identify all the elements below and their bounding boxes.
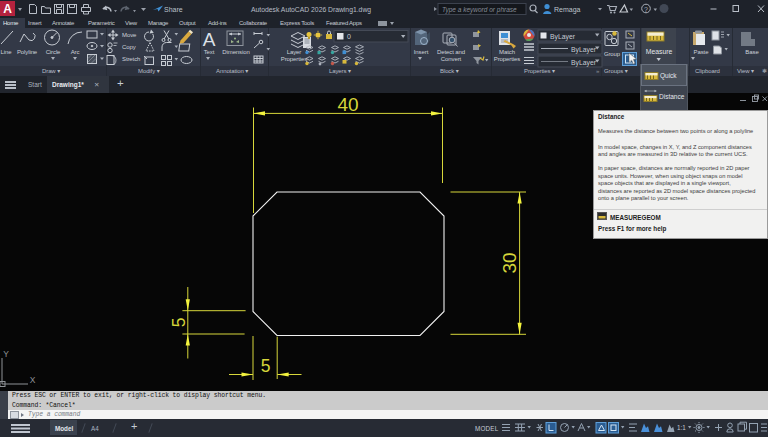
svg-text:Drawing1.dwg: Drawing1.dwg <box>328 6 371 14</box>
svg-text:5: 5 <box>169 318 189 328</box>
svg-text:5: 5 <box>261 356 271 376</box>
svg-text:Y: Y <box>3 349 9 359</box>
svg-text:A: A <box>3 2 12 16</box>
svg-text:ByLayer: ByLayer <box>571 46 597 54</box>
svg-text:Measure: Measure <box>646 48 673 55</box>
svg-text:ByLayer: ByLayer <box>571 59 597 67</box>
svg-text:X: X <box>30 375 36 385</box>
svg-text:1:1: 1:1 <box>677 424 686 431</box>
svg-text:A: A <box>203 29 216 50</box>
svg-text:Share: Share <box>164 6 183 13</box>
svg-text:ByLayer: ByLayer <box>550 33 576 41</box>
svg-text:?: ? <box>644 6 648 13</box>
svg-text:30: 30 <box>499 252 520 273</box>
svg-text:0: 0 <box>347 33 351 40</box>
svg-text:40: 40 <box>337 94 358 115</box>
svg-text:Remaga: Remaga <box>554 6 581 14</box>
svg-text:Autodesk AutoCAD 2026: Autodesk AutoCAD 2026 <box>251 6 326 13</box>
svg-text:Type a keyword or phrase: Type a keyword or phrase <box>442 6 517 14</box>
